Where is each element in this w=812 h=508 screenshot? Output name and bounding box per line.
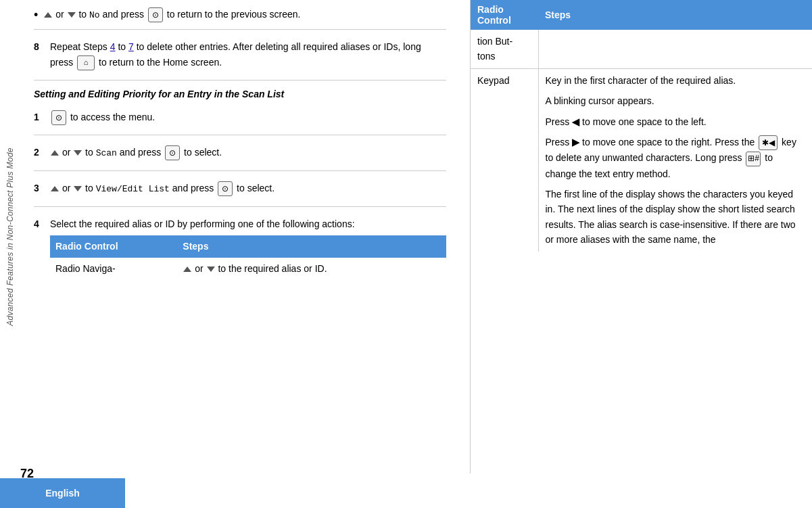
step-1-number: 1 — [34, 110, 45, 124]
step-2-section: 2 or to Scan and press ⊙ to select. — [34, 141, 446, 165]
step-1-row: 1 ⊙ to access the menu. — [34, 110, 446, 125]
inner-table: Radio Control Steps Radio Naviga- or to … — [50, 235, 446, 279]
no-code: No — [89, 10, 100, 20]
inner-table-header-steps: Steps — [177, 235, 446, 257]
inner-table-cell-steps-1: or to the required alias or ID. — [177, 258, 446, 279]
view-edit-code: View/Edit List — [96, 184, 170, 194]
step-4-link[interactable]: 4 — [110, 41, 116, 52]
step-8-text: Repeat Steps 4 to 7 to delete other entr… — [50, 39, 446, 70]
arrow-up-icon-4 — [183, 267, 191, 272]
step-8-row: 8 Repeat Steps 4 to 7 to delete other en… — [34, 39, 446, 70]
right-table-cell-steps-1 — [538, 30, 812, 68]
right-table-cell-steps-2: Key in the first character of the requir… — [538, 68, 812, 251]
right-table: RadioControl Steps tion But-tons Keypad … — [471, 0, 812, 252]
section-heading: Setting and Editing Priority for an Entr… — [34, 87, 446, 101]
step-3-number: 3 — [34, 181, 45, 195]
right-table-header-control: RadioControl — [471, 0, 538, 30]
right-table-cell-control-1: tion But-tons — [471, 30, 538, 68]
right-table-container: RadioControl Steps tion But-tons Keypad … — [470, 0, 812, 474]
arrow-down-icon — [68, 12, 76, 18]
step-4-section: 4 Select the required alias or ID by per… — [34, 212, 446, 283]
step-1-text: ⊙ to access the menu. — [50, 110, 446, 125]
right-table-header-steps: Steps — [538, 0, 812, 30]
step-2-row: 2 or to Scan and press ⊙ to select. — [34, 145, 446, 161]
step-3-row: 3 or to View/Edit List and press ⊙ to se… — [34, 181, 446, 197]
arrow-up-icon-2 — [51, 150, 59, 156]
divider-3 — [34, 135, 446, 135]
step-3-section: 3 or to View/Edit List and press ⊙ to se… — [34, 177, 446, 201]
step-8-section: 8 Repeat Steps 4 to 7 to delete other en… — [34, 35, 446, 74]
bullet-text: or to No and press ⊙ to return to the pr… — [43, 7, 446, 23]
step-4-number: 4 — [34, 216, 45, 231]
sidebar: Advanced Features in Non-Connect Plus Mo… — [0, 0, 20, 474]
menu-btn-icon: ⊙ — [51, 110, 66, 125]
step-4-text: Select the required alias or ID by perfo… — [50, 216, 446, 279]
inner-table-cell-control-1: Radio Naviga- — [50, 258, 177, 279]
inner-table-header-control: Radio Control — [50, 235, 177, 257]
step-8-number: 8 — [34, 39, 45, 54]
bullet-section: • or to No and press ⊙ to return to the … — [34, 7, 446, 24]
divider-2 — [34, 80, 446, 80]
menu-btn-icon-3: ⊙ — [218, 181, 233, 196]
inner-table-row-1: Radio Naviga- or to the required alias o… — [50, 258, 446, 279]
step-7-link[interactable]: 7 — [128, 41, 134, 52]
step-1-section: 1 ⊙ to access the menu. — [34, 106, 446, 129]
left-content: • or to No and press ⊙ to return to the … — [20, 0, 460, 474]
right-table-row-1: tion But-tons — [471, 30, 812, 68]
delete-key-icon: ✱◀ — [759, 135, 778, 150]
menu-icon: ⊙ — [148, 7, 163, 22]
divider-4 — [34, 170, 446, 171]
arrow-up-icon — [44, 12, 52, 18]
divider-5 — [34, 206, 446, 207]
english-tab[interactable]: English — [0, 478, 125, 508]
step-4-row: 4 Select the required alias or ID by per… — [34, 216, 446, 279]
divider-1 — [34, 29, 446, 30]
menu-btn-icon-2: ⊙ — [165, 145, 180, 160]
arrow-up-icon-3 — [51, 186, 59, 191]
step-2-number: 2 — [34, 145, 45, 160]
arrow-down-icon-3 — [74, 186, 82, 191]
arrow-down-icon-2 — [74, 150, 82, 156]
arrow-down-icon-4 — [207, 267, 215, 272]
step-3-text: or to View/Edit List and press ⊙ to sele… — [50, 181, 446, 197]
step-2-text: or to Scan and press ⊙ to select. — [50, 145, 446, 161]
home-btn-icon: ⌂ — [77, 55, 95, 70]
bullet-dot: • — [34, 7, 38, 24]
sidebar-label: Advanced Features in Non-Connect Plus Mo… — [5, 147, 15, 325]
right-table-cell-control-2: Keypad — [471, 68, 538, 251]
right-table-row-2: Keypad Key in the first character of the… — [471, 68, 812, 251]
scan-code: Scan — [96, 148, 117, 158]
hash-key-icon: ⊞# — [746, 152, 761, 166]
